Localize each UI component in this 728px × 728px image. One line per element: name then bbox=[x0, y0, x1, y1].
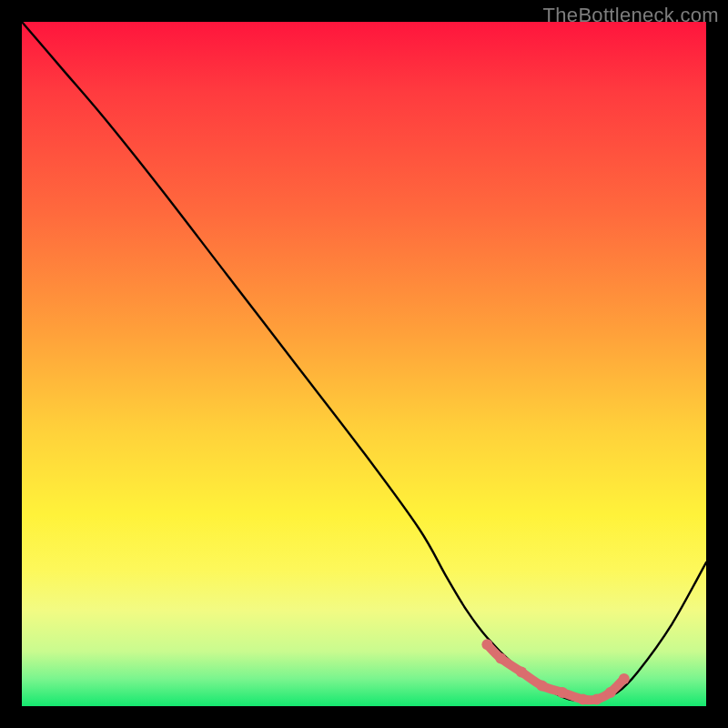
optimal-range-dot bbox=[557, 687, 568, 698]
optimal-range-dot bbox=[537, 680, 548, 691]
optimal-range-dot bbox=[592, 694, 602, 705]
chart-svg bbox=[22, 22, 706, 706]
optimal-range-dot bbox=[481, 639, 492, 650]
optimal-range-stroke bbox=[487, 644, 623, 700]
optimal-range-dot bbox=[495, 652, 506, 663]
optimal-range-dot bbox=[578, 694, 589, 705]
optimal-range-dot bbox=[516, 666, 527, 677]
outer-frame: TheBottleneck.com bbox=[0, 0, 728, 728]
optimal-range-dots bbox=[481, 639, 629, 704]
chart-plot-area bbox=[22, 22, 706, 706]
optimal-range-dot bbox=[605, 687, 616, 698]
optimal-range-dot bbox=[619, 673, 630, 684]
bottleneck-curve bbox=[22, 22, 706, 701]
